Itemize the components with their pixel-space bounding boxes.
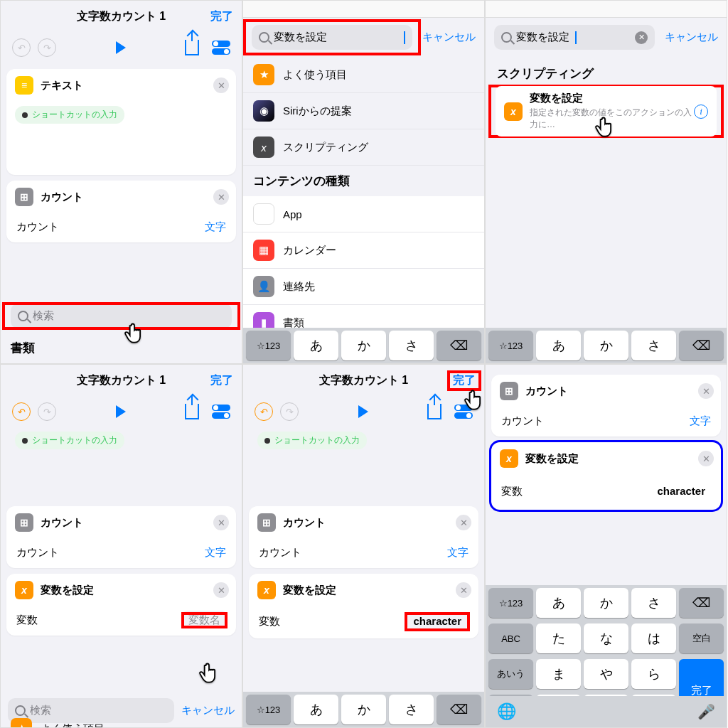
redo-icon[interactable]: ↷ bbox=[38, 38, 56, 57]
globe-icon[interactable]: 🌐 bbox=[497, 702, 516, 721]
key-abc[interactable]: ABC bbox=[488, 623, 533, 653]
favorites-item[interactable]: ★よく使う項目 bbox=[1, 711, 242, 728]
setvar-block[interactable]: x変数を設定✕ 変数 character bbox=[491, 442, 721, 510]
info-icon[interactable]: i bbox=[694, 105, 708, 119]
var-name-input[interactable]: character bbox=[407, 612, 467, 630]
key-ka[interactable]: か bbox=[584, 331, 628, 360]
contents-header: コンテンツの種類 bbox=[243, 166, 484, 196]
key-aiu[interactable]: あいう bbox=[488, 659, 533, 689]
search-input[interactable]: 変数を設定✕ bbox=[494, 25, 655, 50]
key-ha[interactable]: は bbox=[631, 623, 676, 653]
clear-icon[interactable]: ✕ bbox=[635, 31, 648, 44]
key-a[interactable]: あ bbox=[536, 588, 581, 618]
var-icon: x bbox=[500, 449, 518, 468]
redo-icon[interactable]: ↷ bbox=[280, 402, 299, 421]
key-ra[interactable]: ら bbox=[631, 659, 676, 689]
undo-icon[interactable]: ↶ bbox=[255, 402, 273, 421]
key-a[interactable]: あ bbox=[536, 331, 581, 360]
close-icon[interactable]: ✕ bbox=[213, 515, 229, 530]
setvar-block[interactable]: x変数を設定✕ 変数 character bbox=[249, 574, 478, 638]
key-ka[interactable]: か bbox=[341, 331, 386, 360]
key-ya[interactable]: や bbox=[584, 659, 628, 689]
key-na[interactable]: な bbox=[584, 623, 628, 653]
key-sa[interactable]: さ bbox=[389, 695, 434, 724]
cancel-button[interactable]: キャンセル bbox=[422, 31, 476, 44]
count-block[interactable]: ⊞カウント✕ カウント文字 bbox=[491, 375, 721, 437]
shortcut-input-pill[interactable]: ショートカットの入力 bbox=[15, 106, 124, 124]
key-sa[interactable]: さ bbox=[389, 331, 434, 360]
key-a[interactable]: あ bbox=[294, 331, 338, 360]
count-block[interactable]: ⊞カウント✕ カウント文字 bbox=[249, 506, 478, 568]
docs-header: 書類 bbox=[1, 333, 242, 363]
play-button[interactable] bbox=[116, 405, 126, 418]
play-button[interactable] bbox=[116, 41, 126, 54]
key-del[interactable]: ⌫ bbox=[437, 331, 481, 360]
app-icon bbox=[253, 203, 274, 225]
keyboard[interactable]: ☆123あかさ⌫ bbox=[243, 328, 484, 363]
close-icon[interactable]: ✕ bbox=[456, 515, 471, 530]
title: 文字数カウント 1 bbox=[77, 9, 166, 24]
keyboard[interactable]: ☆123あかさ⌫ ABCたなは空白 あいうまやら完了 ゛゜わ、。?! 🌐🎤 bbox=[486, 585, 727, 727]
key-num[interactable]: ☆123 bbox=[488, 588, 533, 618]
pane-2: 変数を設定 キャンセル ★よく使う項目 ◉Siriからの提案 xスクリプティング… bbox=[242, 0, 485, 364]
search-icon bbox=[501, 32, 512, 43]
key-space[interactable]: 空白 bbox=[679, 623, 724, 653]
undo-icon[interactable]: ↶ bbox=[12, 402, 31, 421]
key-ka[interactable]: か bbox=[341, 695, 386, 724]
key-sa[interactable]: さ bbox=[631, 331, 676, 360]
setvar-action[interactable]: x 変数を設定指定された変数の値をこのアクションの入力に… i bbox=[496, 86, 717, 136]
scripting-item[interactable]: xスクリプティング bbox=[243, 129, 484, 166]
share-icon[interactable] bbox=[185, 404, 199, 419]
search-input[interactable]: 検索 bbox=[11, 304, 232, 328]
close-icon[interactable]: ✕ bbox=[213, 77, 229, 93]
contacts-item[interactable]: 👤連絡先 bbox=[243, 269, 484, 305]
favorites-item[interactable]: ★よく使う項目 bbox=[243, 57, 484, 93]
settings-icon[interactable] bbox=[454, 405, 473, 419]
key-ma[interactable]: ま bbox=[536, 659, 581, 689]
close-icon[interactable]: ✕ bbox=[213, 189, 229, 205]
close-icon[interactable]: ✕ bbox=[456, 582, 471, 598]
var-name-input[interactable]: 変数名 bbox=[183, 611, 226, 628]
search-input[interactable]: 変数を設定 bbox=[252, 25, 412, 50]
key-num[interactable]: ☆123 bbox=[246, 331, 291, 360]
settings-icon[interactable] bbox=[212, 405, 230, 419]
close-icon[interactable]: ✕ bbox=[213, 582, 229, 598]
close-icon[interactable]: ✕ bbox=[698, 451, 714, 466]
shortcut-input-pill[interactable]: ショートカットの入力 bbox=[15, 432, 124, 449]
key-num[interactable]: ☆123 bbox=[246, 695, 291, 724]
keyboard[interactable]: ☆123あかさ⌫ bbox=[243, 692, 484, 727]
mic-icon[interactable]: 🎤 bbox=[697, 703, 715, 720]
search-icon bbox=[259, 32, 269, 43]
done-button[interactable]: 完了 bbox=[210, 373, 233, 388]
setvar-block[interactable]: x変数を設定✕ 変数 変数名 bbox=[6, 574, 236, 636]
count-block[interactable]: ⊞カウント✕ カウント文字 bbox=[6, 506, 236, 568]
key-sa[interactable]: さ bbox=[631, 588, 676, 618]
close-icon[interactable]: ✕ bbox=[698, 383, 714, 399]
var-name-input[interactable]: character bbox=[651, 482, 711, 501]
share-icon[interactable] bbox=[185, 40, 199, 55]
text-block[interactable]: ≡テキスト✕ ショートカットの入力 bbox=[6, 69, 236, 175]
pane-5: 文字数カウント 1 完了 ↶↷ ショートカットの入力 ⊞カウント✕ カウント文字… bbox=[242, 364, 485, 728]
app-item[interactable]: App bbox=[243, 196, 484, 232]
cancel-button[interactable]: キャンセル bbox=[665, 31, 718, 44]
done-button[interactable]: 完了 bbox=[210, 9, 233, 24]
key-del[interactable]: ⌫ bbox=[679, 588, 724, 618]
key-del[interactable]: ⌫ bbox=[437, 695, 481, 724]
key-ta[interactable]: た bbox=[536, 623, 581, 653]
play-button[interactable] bbox=[358, 405, 368, 418]
key-a[interactable]: あ bbox=[294, 695, 338, 724]
settings-icon[interactable] bbox=[212, 41, 230, 55]
key-num[interactable]: ☆123 bbox=[488, 331, 533, 360]
done-button[interactable]: 完了 bbox=[453, 374, 476, 386]
keyboard[interactable]: ☆123あかさ⌫ bbox=[486, 328, 727, 363]
undo-icon[interactable]: ↶ bbox=[12, 38, 31, 57]
share-icon[interactable] bbox=[427, 404, 441, 419]
count-block[interactable]: ⊞カウント✕ カウント文字 bbox=[6, 181, 236, 242]
redo-icon[interactable]: ↷ bbox=[38, 402, 56, 421]
count-value[interactable]: 文字 bbox=[205, 220, 226, 234]
siri-item[interactable]: ◉Siriからの提案 bbox=[243, 93, 484, 129]
calendar-item[interactable]: ▦カレンダー bbox=[243, 232, 484, 269]
shortcut-input-pill[interactable]: ショートカットの入力 bbox=[257, 432, 367, 449]
key-ka[interactable]: か bbox=[584, 588, 628, 618]
key-del[interactable]: ⌫ bbox=[679, 331, 724, 360]
